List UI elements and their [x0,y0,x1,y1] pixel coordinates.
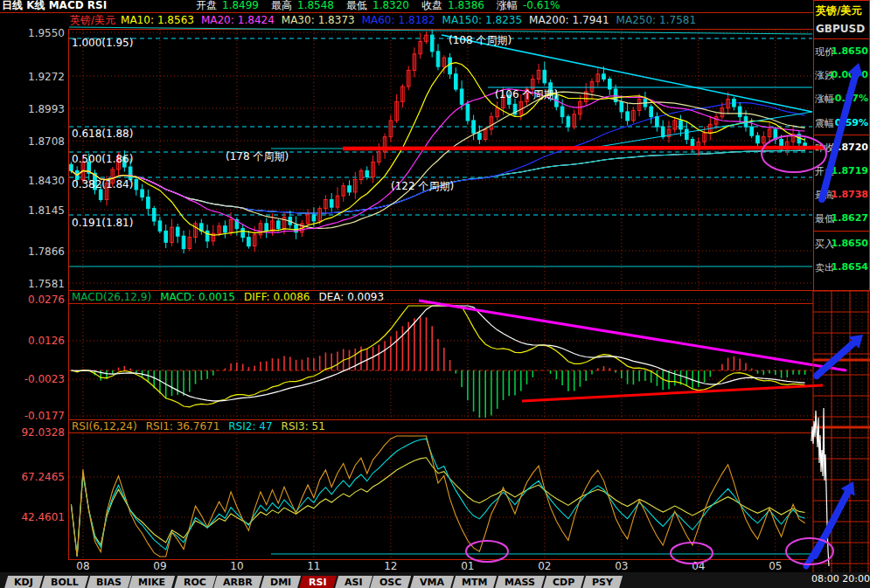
tab-label: MASS [505,576,535,588]
indicator-header-part: RSI3: 51 [282,420,325,432]
quote-title: 英镑/美元 [814,1,869,20]
main-y-tick: 1.8430 [0,176,65,186]
tab-bias[interactable]: BIAS [86,576,130,588]
ohlc-field-value: 1.8320 [372,0,409,11]
intraday-grid-panel [813,291,870,572]
trading-app: 日线 K线 MACD RSI 开盘1.8499最高1.8548最低1.8320收… [0,0,870,588]
quote-row: 最低1.8627 [814,206,869,231]
quote-row: 开盘1.8719 [814,159,869,183]
tab-label: ROC [184,576,206,588]
rsi-y-tick: 42.4601 [0,512,65,522]
ma-legend-item: MA20:1.8424 [201,14,275,26]
ohlc-field-value: 1.8499 [222,0,259,11]
tab-asi[interactable]: ASI [335,576,372,588]
tab-mass[interactable]: MASS [495,576,545,588]
quote-row: 涨跌-0.0070 [814,63,869,86]
chart-mode-title[interactable]: 日线 K线 MACD RSI [2,0,107,11]
main-chart-panel[interactable] [68,29,814,291]
tab-label: KDJ [14,576,33,588]
main-y-tick: 1.9272 [0,72,65,82]
ma-value: 1.7941 [573,14,609,26]
tab-osc[interactable]: OSC [370,576,412,588]
topbar-separator [0,12,813,13]
month-label: 12 [378,560,404,572]
ma-label: MA200: [529,14,569,26]
ma-legend-item: MA60:1.8182 [362,14,435,26]
ma-label: MA10: [121,14,154,26]
tab-kdj[interactable]: KDJ [4,576,43,588]
tab-cdp[interactable]: CDP [543,576,585,588]
ohlc-field-value: 1.8386 [448,0,484,11]
month-label: 03 [609,560,635,572]
indicator-header-part: DIFF: 0.0086 [244,291,310,303]
month-label: 08 [70,560,96,572]
quote-symbol: GBPUSD [814,20,869,39]
ohlc-field-label: 涨幅 [497,0,518,11]
tab-label: MIKE [138,576,165,588]
tab-label: RSI [309,576,327,588]
quote-row-value: 1.8627 [832,212,868,224]
ma-value: 1.8424 [238,14,275,26]
ohlc-field-label: 最高 [271,0,292,11]
month-label: 05 [762,560,789,572]
tab-arbr[interactable]: ARBR [213,576,262,588]
ohlc-field-label: 收盘 [421,0,442,11]
ma-legend-item: MA200:1.7941 [529,14,609,26]
month-label: 11 [301,560,327,572]
month-label: 01 [455,560,481,572]
quote-row: 买入1.8650 [814,232,869,255]
top-bar: 日线 K线 MACD RSI 开盘1.8499最高1.8548最低1.8320收… [0,0,870,12]
tab-dmi[interactable]: DMI [261,576,301,588]
quote-row: 昨收1.8720 [814,135,869,159]
quote-row: 最高1.8738 [814,183,869,206]
month-label: 04 [686,560,712,572]
indicator-header-part: RSI(6,12,24) [72,420,137,432]
main-y-tick: 1.8145 [0,205,65,216]
ma-label: MA20: [201,14,234,26]
tab-label: BIAS [96,576,122,588]
tab-rsi[interactable]: RSI [299,576,337,588]
tab-roc[interactable]: ROC [173,576,215,588]
ma-value: 1.8235 [485,14,522,26]
tab-boll[interactable]: BOLL [41,576,88,588]
ma-legend-item: MA30:1.8373 [282,14,355,26]
quote-row-value: -0.0070 [827,69,868,80]
ohlc-summary: 开盘1.8499最高1.8548最低1.8320收盘1.8386涨幅-0.61% [184,0,560,11]
tab-label: ASI [345,576,363,588]
ma-legend-row: 英镑/美元MA10:1.8563MA20:1.8424MA30:1.8373MA… [70,14,813,28]
rsi-y-tick: 92.0328 [0,427,65,438]
tab-label: PSY [592,576,613,588]
quote-row: 震幅0.59% [814,111,869,135]
month-label: 02 [532,560,558,572]
tab-mike[interactable]: MIKE [129,576,175,588]
ma-label: MA150: [442,14,483,26]
tab-label: MTM [462,576,487,588]
time-axis-label: 08:00 20:00 [811,573,870,585]
ohlc-field-label: 开盘 [196,0,217,11]
ma-legend-item: MA250:1.7581 [616,14,697,26]
macd-header: MACD(26,12,9)MACD: 0.0015DIFF: 0.0086DEA… [69,291,813,304]
quote-row-label: 震幅 [815,117,834,130]
indicator-header-part: DEA: 0.0093 [318,291,384,303]
quote-row: 涨幅-0.37% [814,86,869,110]
ma-value: 1.7581 [659,14,696,26]
quote-row-value: -0.37% [831,93,868,104]
quote-row-value: 1.8650 [832,45,868,57]
tab-label: CDP [553,576,574,588]
tab-psy[interactable]: PSY [582,576,623,588]
tab-mtm[interactable]: MTM [452,576,498,588]
main-y-tick: 1.7866 [0,246,65,257]
rsi-panel[interactable] [68,419,814,560]
tab-label: ARBR [223,576,253,588]
ma-value: 1.8182 [399,14,435,26]
indicator-tab-bar: KDJBOLLBIASMIKEROCARBRDMIRSIASIOSCVMAMTM… [0,572,870,588]
quote-panel: 英镑/美元 GBPUSD 现价1.8650涨跌-0.0070涨幅-0.37%震幅… [813,0,870,291]
rsi-y-tick: 67.2465 [0,472,65,482]
tab-label: OSC [379,576,401,588]
ma-value: 1.8563 [157,14,194,26]
ma-legend-item: MA10:1.8563 [121,14,194,26]
tab-vma[interactable]: VMA [410,576,454,588]
macd-panel[interactable] [68,290,814,420]
quote-row-value: 1.8650 [832,238,868,249]
ohlc-field-value: -0.61% [523,0,560,11]
